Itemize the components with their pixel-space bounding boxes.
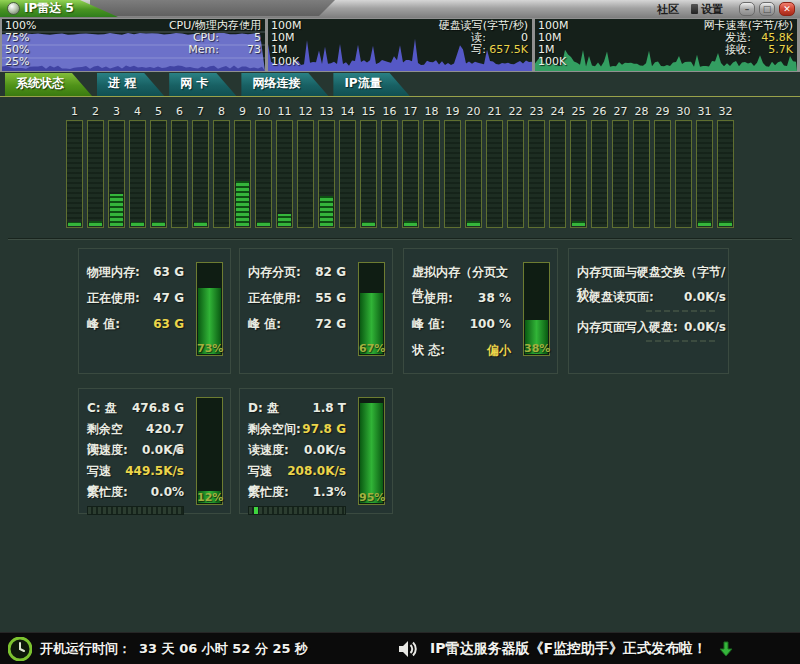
cpu-core-number: 22 bbox=[509, 104, 523, 120]
cpu-core-bar bbox=[423, 120, 440, 228]
network-rate-graph: 100M 10M 1M 100K 网卡速率(字节/秒) 发送:45.8K 接收:… bbox=[535, 19, 797, 71]
maximize-button[interactable]: □ bbox=[759, 2, 775, 16]
cpu-core-7: 7 bbox=[192, 104, 209, 228]
row-value: 63 G bbox=[153, 261, 190, 287]
cpu-core-bar bbox=[486, 120, 503, 228]
announcement-text: IP雷达服务器版《F监控助手》正式发布啦！ bbox=[430, 640, 707, 658]
row-label: 物理内存: bbox=[87, 261, 140, 287]
cpu-core-12: 12 bbox=[297, 104, 314, 228]
disk-axis-100k: 100K bbox=[271, 55, 299, 68]
cpu-core-bar bbox=[276, 120, 293, 228]
row-value: 100 % bbox=[470, 313, 517, 339]
cpu-core-number: 31 bbox=[698, 104, 712, 120]
cpu-core-bar bbox=[528, 120, 545, 228]
tab-processes[interactable]: 进 程 bbox=[97, 73, 164, 96]
close-button[interactable]: ✕ bbox=[779, 2, 795, 16]
clock-icon bbox=[8, 637, 32, 661]
tab-system-status[interactable]: 系统状态 bbox=[5, 73, 92, 96]
cpu-core-bar bbox=[297, 120, 314, 228]
cpu-core-bar bbox=[402, 120, 419, 228]
cpu-core-number: 11 bbox=[278, 104, 292, 120]
cpu-core-22: 22 bbox=[507, 104, 524, 228]
cpu-core-bar bbox=[444, 120, 461, 228]
cpu-core-bar bbox=[675, 120, 692, 228]
announcement[interactable]: IP雷达服务器版《F监控助手》正式发布啦！ bbox=[398, 633, 733, 664]
row-value: 82 G bbox=[315, 261, 352, 287]
cpu-core-18: 18 bbox=[423, 104, 440, 228]
cpu-core-24: 24 bbox=[549, 104, 566, 228]
cpu-core-30: 30 bbox=[675, 104, 692, 228]
row-value: 0.0% bbox=[151, 482, 190, 503]
tab-network-card[interactable]: 网 卡 bbox=[169, 73, 236, 96]
row-label: 读速度: bbox=[248, 440, 289, 461]
cpu-core-number: 20 bbox=[467, 104, 481, 120]
cpu-core-number: 17 bbox=[404, 104, 418, 120]
speaker-icon bbox=[398, 640, 418, 658]
cpu-core-bar bbox=[570, 120, 587, 228]
cpu-core-bar bbox=[696, 120, 713, 228]
download-icon[interactable] bbox=[719, 641, 733, 657]
cpu-core-14: 14 bbox=[339, 104, 356, 228]
cpu-core-bar bbox=[591, 120, 608, 228]
row-value: 449.5K/s bbox=[125, 461, 190, 482]
system-status-page: 1234567891011121314151617181920212223242… bbox=[0, 98, 800, 632]
swap-write-sparkline bbox=[646, 340, 718, 342]
swap-title: 内存页面与硬盘交换（字节/秒） bbox=[577, 261, 726, 287]
cpu-core-bar bbox=[360, 120, 377, 228]
settings-button[interactable]: 设置 bbox=[691, 2, 723, 17]
title-bar[interactable]: IP雷达 5 社区 设置 – □ ✕ bbox=[0, 0, 800, 18]
minimize-button[interactable]: – bbox=[739, 2, 755, 16]
row-label: 内存页面写入硬盘: bbox=[577, 317, 678, 339]
virtual-memory-panel: 虚拟内存（分页文件） 已使用:38 % 峰 值:100 % 状 态:偏小 38% bbox=[403, 248, 558, 374]
cpu-core-bar bbox=[234, 120, 251, 228]
net-recv-value: 5.7K bbox=[751, 43, 793, 56]
tab-ip-traffic[interactable]: IP流量 bbox=[333, 73, 409, 96]
swap-read-sparkline bbox=[646, 310, 718, 312]
disk-d-busy-bar bbox=[248, 506, 346, 515]
row-label: 峰 值: bbox=[87, 313, 120, 339]
cpu-core-bar bbox=[108, 120, 125, 228]
memory-paging-percent: 67% bbox=[359, 342, 384, 355]
cpu-core-number: 21 bbox=[488, 104, 502, 120]
cpu-memory-graph: 100% 75% 50% 25% CPU/物理内存使用 CPU:5 Mem:73 bbox=[2, 19, 265, 71]
tab-network-connections[interactable]: 网络连接 bbox=[241, 73, 328, 96]
row-label: 正在使用: bbox=[87, 287, 140, 313]
disk-name: C: 盘 bbox=[87, 398, 117, 419]
row-value: 0.0K/s bbox=[304, 440, 352, 461]
banner-shadow bbox=[90, 0, 335, 16]
row-label: 正在使用: bbox=[248, 287, 301, 313]
cpu-core-19: 19 bbox=[444, 104, 461, 228]
settings-label: 设置 bbox=[701, 2, 723, 17]
cpu-core-bar bbox=[255, 120, 272, 228]
virtual-memory-bar: 38% bbox=[523, 262, 550, 356]
row-value: 偏小 bbox=[487, 339, 517, 365]
row-label: 剩余空间: bbox=[87, 419, 136, 440]
cpu-core-17: 17 bbox=[402, 104, 419, 228]
cpu-core-bar bbox=[549, 120, 566, 228]
community-link[interactable]: 社区 bbox=[657, 2, 679, 17]
cpu-core-number: 5 bbox=[155, 104, 162, 120]
disk-d-percent: 95% bbox=[359, 491, 384, 504]
disk-write-label: 写: bbox=[471, 43, 486, 56]
cpu-axis-25: 25% bbox=[5, 55, 29, 68]
cpu-core-bar bbox=[213, 120, 230, 228]
cpu-core-number: 19 bbox=[446, 104, 460, 120]
row-label: 读速度: bbox=[87, 440, 128, 461]
mem-value: 73 bbox=[219, 43, 261, 56]
cpu-core-number: 18 bbox=[425, 104, 439, 120]
cpu-core-bar bbox=[633, 120, 650, 228]
cpu-core-number: 29 bbox=[656, 104, 670, 120]
cpu-core-number: 16 bbox=[383, 104, 397, 120]
cpu-core-number: 15 bbox=[362, 104, 376, 120]
physical-memory-percent: 73% bbox=[197, 342, 222, 355]
cpu-core-bar bbox=[150, 120, 167, 228]
row-label: 内存分页: bbox=[248, 261, 301, 287]
disk-c-busy-bar bbox=[87, 506, 184, 515]
row-value: 0.0K/s bbox=[684, 317, 726, 339]
cpu-core-number: 3 bbox=[113, 104, 120, 120]
cpu-core-32: 32 bbox=[717, 104, 734, 228]
cpu-core-bar bbox=[87, 120, 104, 228]
row-value: 63 G bbox=[153, 313, 190, 339]
row-value: 1.3% bbox=[313, 482, 352, 503]
cpu-core-number: 26 bbox=[593, 104, 607, 120]
